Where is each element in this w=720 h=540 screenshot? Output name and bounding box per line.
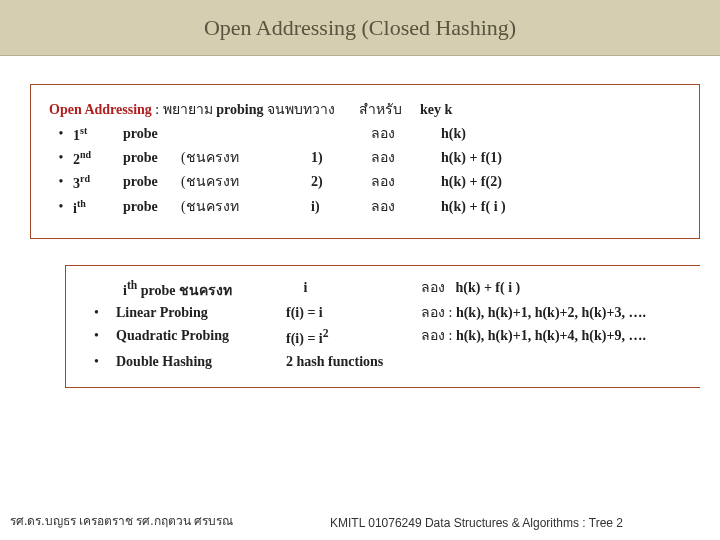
- probe-paren: (ชนครงท: [181, 196, 311, 220]
- headline-colon: :: [152, 102, 163, 117]
- probe-label: probe: [123, 171, 181, 195]
- definition-box: Open Addressing : พยายาม probing จนพบทวา…: [30, 84, 700, 239]
- probe-arg: i): [311, 196, 371, 220]
- bullet: •: [94, 350, 116, 373]
- bullet: •: [49, 123, 73, 147]
- probe-formula: h(k) + f( i ): [441, 196, 681, 220]
- probe-formula: h(k) + f(2): [441, 171, 681, 195]
- headline-for: สำหรับ: [359, 102, 402, 117]
- methods-head-formula: ลอง h(k) + f( i ): [421, 276, 684, 302]
- headline-probing: probing: [216, 102, 263, 117]
- method-seq: ลอง : h(k), h(k)+1, h(k)+4, h(k)+9, ….: [421, 324, 684, 350]
- footer-left: รศ.ดร.บญธร เครอตราช รศ.กฤตวน ศรบรณ: [10, 511, 233, 530]
- headline-key: key k: [420, 102, 452, 117]
- probe-row: •ithprobe(ชนครงทi)ลองh(k) + f( i ): [49, 196, 681, 220]
- headline-lead: Open Addressing: [49, 102, 152, 117]
- probe-formula: h(k) + f(1): [441, 147, 681, 171]
- probe-long: ลอง: [371, 147, 441, 171]
- probe-label: probe: [123, 196, 181, 220]
- method-name: Quadratic Probing: [116, 324, 286, 350]
- method-eq: f(i) = i: [286, 301, 421, 324]
- headline-try: พยายาม: [163, 102, 217, 117]
- footer-right: KMITL 01076249 Data Structures & Algorit…: [330, 516, 623, 530]
- method-rows: •Linear Probingf(i) = iลอง : h(k), h(k)+…: [94, 301, 684, 373]
- method-row: •Linear Probingf(i) = iลอง : h(k), h(k)+…: [94, 301, 684, 324]
- probe-label: probe: [123, 147, 181, 171]
- page-title: Open Addressing (Closed Hashing): [204, 15, 516, 41]
- probe-arg: 2): [311, 171, 371, 195]
- method-name: Linear Probing: [116, 301, 286, 324]
- probe-long: ลอง: [371, 123, 441, 147]
- method-row: •Double Hashing2 hash functions: [94, 350, 684, 373]
- probe-ordinal: 1st: [73, 123, 123, 147]
- probe-row: •1stprobeลองh(k): [49, 123, 681, 147]
- probe-paren: [181, 123, 311, 147]
- title-band: Open Addressing (Closed Hashing): [0, 0, 720, 56]
- bullet: •: [49, 147, 73, 171]
- probe-formula: h(k): [441, 123, 681, 147]
- probe-row: •3rdprobe(ชนครงท2)ลองh(k) + f(2): [49, 171, 681, 195]
- methods-head: ith probe ชนครงท i ลอง h(k) + f( i ): [94, 276, 684, 302]
- headline-until: จนพบทวาง: [263, 102, 335, 117]
- method-eq: 2 hash functions: [286, 350, 421, 373]
- probe-paren: (ชนครงท: [181, 171, 311, 195]
- bullet: •: [94, 324, 116, 350]
- method-name: Double Hashing: [116, 350, 286, 373]
- method-seq: ลอง : h(k), h(k)+1, h(k)+2, h(k)+3, ….: [421, 301, 684, 324]
- method-seq: [421, 350, 684, 373]
- probe-paren: (ชนครงท: [181, 147, 311, 171]
- bullet: •: [94, 301, 116, 324]
- probe-rows: •1stprobeลองh(k)•2ndprobe(ชนครงท1)ลองh(k…: [49, 123, 681, 219]
- probe-arg: 1): [311, 147, 371, 171]
- bullet: •: [49, 196, 73, 220]
- probe-label: probe: [123, 123, 181, 147]
- probe-ordinal: ith: [73, 196, 123, 220]
- methods-head-left: ith probe ชนครงท: [116, 276, 286, 302]
- content-area: Open Addressing : พยายาม probing จนพบทวา…: [0, 56, 720, 388]
- probe-long: ลอง: [371, 196, 441, 220]
- probe-long: ลอง: [371, 171, 441, 195]
- probe-arg: [311, 123, 371, 147]
- method-row: •Quadratic Probingf(i) = i2ลอง : h(k), h…: [94, 324, 684, 350]
- probe-row: •2ndprobe(ชนครงท1)ลองh(k) + f(1): [49, 147, 681, 171]
- probe-ordinal: 2nd: [73, 147, 123, 171]
- bullet: •: [49, 171, 73, 195]
- methods-box: ith probe ชนครงท i ลอง h(k) + f( i ) •Li…: [65, 265, 700, 389]
- methods-head-i: i: [286, 276, 421, 302]
- definition-headline: Open Addressing : พยายาม probing จนพบทวา…: [49, 99, 681, 121]
- probe-ordinal: 3rd: [73, 171, 123, 195]
- method-eq: f(i) = i2: [286, 324, 421, 350]
